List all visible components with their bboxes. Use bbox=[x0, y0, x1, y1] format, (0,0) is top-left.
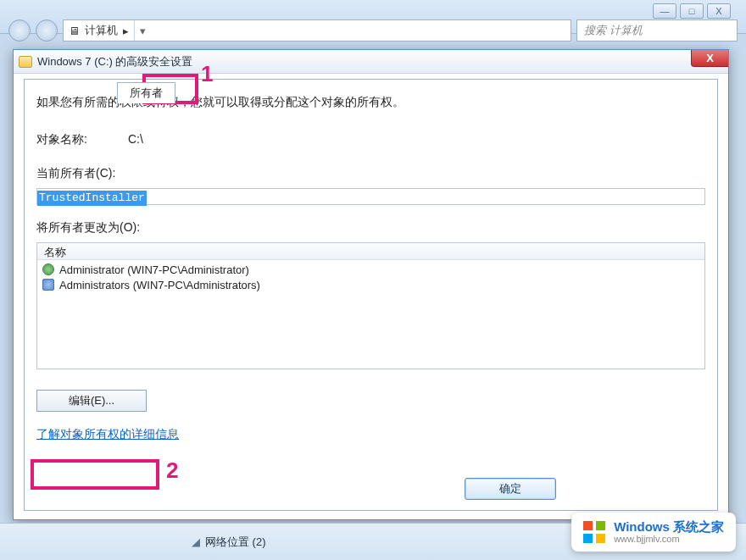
chevron-right-icon: ▸ bbox=[123, 25, 129, 37]
search-input[interactable]: 搜索 计算机 bbox=[576, 19, 738, 42]
advanced-security-dialog: Windows 7 (C:) 的高级安全设置 X 权限 审核 所有者 有效权限 … bbox=[13, 49, 729, 520]
chevron-down-icon[interactable]: ▾ bbox=[134, 20, 151, 41]
folder-icon bbox=[19, 56, 32, 68]
tab-panel-owner: 如果您有所需的权限或特权，您就可以取得或分配这个对象的所有权。 对象名称: C:… bbox=[24, 79, 718, 511]
list-header-name[interactable]: 名称 bbox=[37, 243, 704, 260]
watermark-badge: Windows 系统之家 www.bjjmlv.com bbox=[571, 513, 736, 552]
ok-button[interactable]: 确定 bbox=[465, 478, 556, 500]
list-item[interactable]: Administrator (WIN7-PC\Administrator) bbox=[42, 262, 699, 277]
network-location-group: ◢网络位置 (2) bbox=[186, 535, 266, 550]
search-placeholder: 搜索 计算机 bbox=[584, 23, 643, 38]
tab-owner[interactable]: 所有者 bbox=[117, 82, 175, 103]
change-owner-to-label: 将所有者更改为(O): bbox=[36, 220, 705, 236]
owner-candidate-label: Administrator (WIN7-PC\Administrator) bbox=[59, 263, 249, 276]
nav-forward-button[interactable] bbox=[36, 19, 58, 42]
nav-back-button[interactable] bbox=[8, 19, 31, 42]
user-icon bbox=[42, 263, 54, 275]
current-owner-field[interactable]: TrustedInstaller bbox=[36, 188, 705, 205]
network-location-label: 网络位置 (2) bbox=[205, 535, 266, 548]
owner-candidates-list[interactable]: 名称 Administrator (WIN7-PC\Administrator)… bbox=[36, 242, 705, 369]
owner-candidate-label: Administrators (WIN7-PC\Administrators) bbox=[59, 279, 260, 291]
dialog-title: Windows 7 (C:) 的高级安全设置 bbox=[37, 54, 192, 69]
object-name-label: 对象名称: bbox=[36, 132, 128, 147]
windows-logo-icon bbox=[583, 521, 605, 543]
breadcrumb: 🖥 计算机 ▸ ▾ 搜索 计算机 bbox=[5, 15, 741, 46]
group-icon bbox=[42, 279, 54, 291]
edit-button[interactable]: 编辑(E)... bbox=[36, 390, 147, 412]
titlebar: Windows 7 (C:) 的高级安全设置 X bbox=[14, 50, 728, 74]
watermark-title: Windows 系统之家 bbox=[614, 519, 724, 534]
watermark-url: www.bjjmlv.com bbox=[614, 534, 724, 545]
object-name-value: C:\ bbox=[128, 132, 143, 147]
current-owner-value: TrustedInstaller bbox=[37, 191, 147, 206]
current-owner-label: 当前所有者(C): bbox=[36, 166, 705, 181]
close-button[interactable]: X bbox=[691, 50, 728, 67]
breadcrumb-item[interactable]: 计算机 bbox=[85, 23, 118, 38]
address-bar[interactable]: 🖥 计算机 ▸ ▾ bbox=[63, 19, 571, 42]
list-item[interactable]: Administrators (WIN7-PC\Administrators) bbox=[42, 277, 699, 292]
expand-arrow-icon: ◢ bbox=[192, 535, 200, 548]
computer-icon: 🖥 bbox=[69, 25, 80, 37]
learn-ownership-link[interactable]: 了解对象所有权的详细信息 bbox=[36, 427, 179, 442]
